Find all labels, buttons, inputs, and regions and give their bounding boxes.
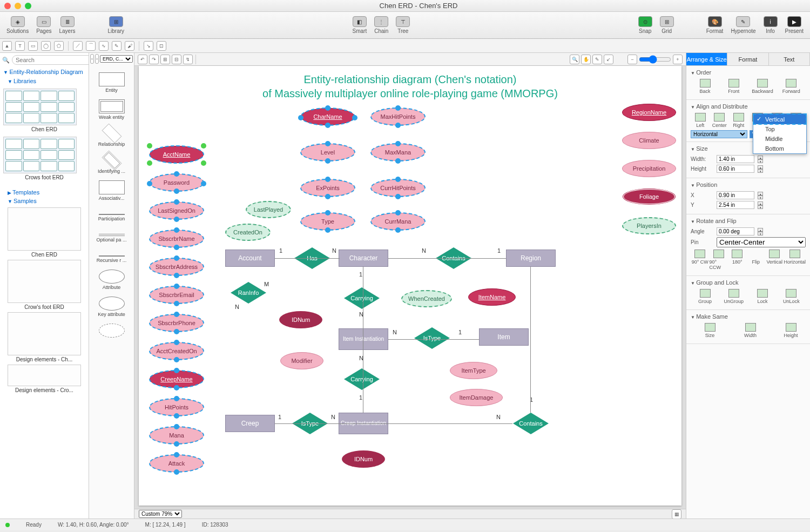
- tb-chain[interactable]: ⋮Chain: [371, 15, 392, 35]
- edit-tool-icon[interactable]: ✎: [592, 55, 602, 64]
- shape-relationship[interactable]: Relationship: [89, 123, 134, 150]
- dd-top[interactable]: Top: [753, 124, 806, 134]
- order-backward[interactable]: Backward: [748, 79, 777, 94]
- angle-stepper[interactable]: ▴▾: [758, 228, 763, 235]
- undo-icon[interactable]: ↶: [138, 55, 147, 64]
- hand-tool-icon[interactable]: ✋: [581, 55, 591, 64]
- ent-creep[interactable]: Creep: [225, 415, 275, 432]
- order-front[interactable]: Front: [719, 79, 748, 94]
- tb-hypernote[interactable]: ✎Hypernote: [727, 15, 759, 35]
- attr-playersin[interactable]: PlayersIn: [622, 217, 676, 234]
- crop-tool[interactable]: ⊡: [157, 41, 166, 51]
- sample-thumb[interactable]: [8, 312, 81, 355]
- tab-text[interactable]: Text: [769, 53, 810, 65]
- align-center[interactable]: Center: [710, 113, 730, 128]
- sample-thumb[interactable]: [8, 207, 81, 251]
- attr-maxmana[interactable]: MaxMana: [371, 144, 425, 161]
- attr-precipitation[interactable]: Precipitation: [622, 160, 676, 177]
- prev-lib[interactable]: ‹: [90, 54, 94, 64]
- attr-currhitpoints[interactable]: CurrHitPoints: [371, 179, 425, 197]
- attr-level[interactable]: Level: [301, 144, 355, 161]
- attr-lastsignedon[interactable]: LastSignedOn: [150, 202, 204, 219]
- redo-icon[interactable]: ↷: [149, 55, 159, 64]
- tb-layers[interactable]: ≣Layers: [56, 15, 79, 35]
- ent-region[interactable]: Region: [506, 250, 556, 267]
- height-stepper[interactable]: ▴▾: [758, 165, 763, 173]
- tab-arrange[interactable]: Arrange & Size: [686, 53, 727, 65]
- lib-thumb-chen[interactable]: [3, 89, 77, 125]
- attr-itemname[interactable]: ItemName: [468, 288, 516, 306]
- sec-rotate-head[interactable]: Rotate and Flip: [691, 218, 806, 224]
- shape-recursive[interactable]: Recursive r ...: [89, 246, 134, 266]
- sample-thumb[interactable]: [8, 260, 81, 303]
- attr-foliage[interactable]: Foliage: [622, 188, 676, 205]
- search-input[interactable]: [12, 55, 89, 65]
- tb-solutions[interactable]: ◈Solutions: [3, 15, 32, 35]
- btn-unlock[interactable]: UnLock: [777, 289, 806, 304]
- attr-idnum-bot[interactable]: IDNum: [342, 450, 385, 468]
- rot-180[interactable]: 180°: [728, 250, 747, 270]
- rel-contains-bot[interactable]: Contains: [513, 413, 549, 434]
- attr-charname[interactable]: CharName: [301, 108, 355, 125]
- attr-sbscrbraddress[interactable]: SbscrbrAddress: [150, 258, 204, 275]
- tb-snap[interactable]: ⊙Snap: [635, 15, 656, 35]
- order-forward[interactable]: Forward: [777, 79, 806, 94]
- lib-select[interactable]: ERD, C...: [100, 55, 133, 63]
- attr-mana[interactable]: Mana: [150, 427, 204, 444]
- sec-makesame-head[interactable]: Make Same: [691, 313, 806, 320]
- btn-lock[interactable]: Lock: [748, 289, 777, 304]
- select-pin[interactable]: Center-Center: [717, 237, 806, 247]
- attr-currmana[interactable]: CurrMana: [371, 213, 425, 230]
- tb-tree[interactable]: ⊤Tree: [393, 15, 413, 35]
- ent-character[interactable]: Character: [339, 250, 388, 267]
- sec-group-head[interactable]: Group and Lock: [691, 279, 806, 286]
- attr-sbscrbrname[interactable]: SbscrbrName: [150, 230, 204, 247]
- tb-present[interactable]: ▶Present: [782, 15, 807, 35]
- flip-v[interactable]: Vertical: [765, 250, 784, 270]
- shape-participation[interactable]: Participation: [89, 204, 134, 225]
- zoom-select[interactable]: Custom 79%: [139, 510, 182, 518]
- input-angle[interactable]: [717, 227, 754, 235]
- brush-tool[interactable]: 🖌: [125, 41, 134, 51]
- attr-idnum-top[interactable]: IDNum: [279, 311, 322, 328]
- next-lib[interactable]: ›: [95, 54, 99, 64]
- input-y[interactable]: [717, 201, 754, 209]
- rel-raninfo[interactable]: RanInfo: [231, 282, 266, 304]
- same-height[interactable]: Height: [776, 323, 806, 338]
- rect-tool[interactable]: ▭: [28, 41, 38, 51]
- attr-createdon[interactable]: CreatedOn: [225, 224, 271, 241]
- attr-acctcreatedon[interactable]: AcctCreatedOn: [150, 342, 204, 360]
- attr-maxhitpoints[interactable]: MaxHitPoints: [371, 108, 425, 125]
- attr-creepname[interactable]: CreepName: [150, 371, 204, 388]
- minimize-icon[interactable]: [15, 3, 21, 9]
- input-width[interactable]: [717, 155, 754, 163]
- shape-optional[interactable]: Optional pa ...: [89, 225, 134, 246]
- btn-group[interactable]: Group: [691, 289, 719, 304]
- pen-tool[interactable]: ✎: [112, 41, 122, 51]
- attr-itemdamage[interactable]: ItemDamage: [450, 389, 503, 406]
- attr-sbscrbrphone[interactable]: SbscrbrPhone: [150, 314, 204, 332]
- attr-whencreated[interactable]: WhenCreated: [401, 290, 452, 307]
- spline-tool[interactable]: ∿: [99, 41, 109, 51]
- sb-libraries[interactable]: Libraries: [0, 77, 89, 85]
- attr-sbscrbremail[interactable]: SbscrbrEmail: [150, 286, 204, 304]
- attr-attack[interactable]: Attack: [150, 455, 204, 472]
- line-tool[interactable]: ／: [73, 41, 83, 51]
- shape-attribute[interactable]: Attribute: [89, 266, 134, 293]
- input-x[interactable]: [717, 191, 754, 199]
- attr-modifier[interactable]: Modifier: [280, 352, 323, 369]
- tb-smart[interactable]: ◧Smart: [349, 15, 370, 35]
- close-icon[interactable]: [4, 3, 11, 9]
- distribute-h[interactable]: Horizontal: [691, 130, 747, 138]
- shape-identifying[interactable]: Identifying ...: [89, 150, 134, 177]
- sec-position-head[interactable]: Position: [691, 181, 806, 188]
- tab-format[interactable]: Format: [727, 53, 768, 65]
- group-icon[interactable]: ⊞: [160, 55, 170, 64]
- ellipse-tool[interactable]: ◯: [41, 41, 51, 51]
- attr-hitpoints[interactable]: HitPoints: [150, 399, 204, 416]
- sb-heading-erd[interactable]: Entity-Relationship Diagram: [0, 67, 89, 77]
- sample-thumb[interactable]: [8, 365, 81, 386]
- ent-account[interactable]: Account: [225, 250, 275, 267]
- tb-pages[interactable]: ▭Pages: [33, 15, 55, 35]
- x-stepper[interactable]: ▴▾: [758, 192, 763, 199]
